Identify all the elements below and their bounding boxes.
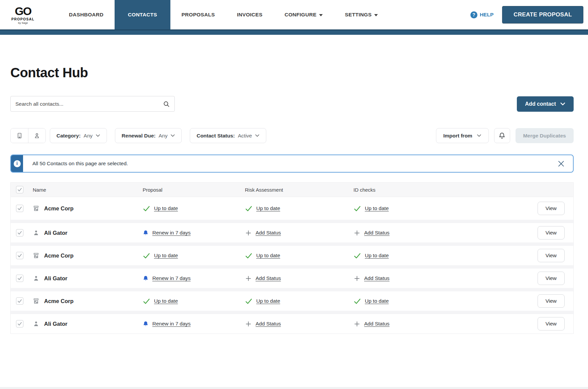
search-input[interactable]: [15, 101, 163, 107]
row-checkbox[interactable]: [16, 275, 23, 282]
status-link[interactable]: Up to date: [256, 205, 280, 211]
status-link[interactable]: Up to date: [256, 298, 280, 304]
renewal-due-filter[interactable]: Renewal Due: Any: [115, 128, 182, 143]
view-button[interactable]: View: [538, 226, 565, 239]
chevron-down-icon: [96, 134, 100, 137]
company-icon: [33, 298, 39, 304]
check-icon: [353, 252, 361, 260]
status-link[interactable]: Renew in 7 days: [152, 321, 191, 327]
status-link[interactable]: Add Status: [364, 230, 390, 236]
select-all-checkbox[interactable]: [16, 186, 23, 193]
chevron-down-icon: [477, 134, 481, 137]
row-checkbox[interactable]: [16, 252, 23, 259]
status-link[interactable]: Renew in 7 days: [152, 275, 191, 281]
filter-label: Contact Status:: [196, 133, 235, 139]
notifications-button[interactable]: [494, 128, 510, 143]
create-proposal-button[interactable]: CREATE PROPOSAL: [502, 6, 583, 23]
contact-rows: Acme Corp Up to date Up to dat: [11, 197, 573, 333]
banner-message: All 50 Contacts on this page are selecte…: [23, 155, 549, 172]
company-filter-button[interactable]: [11, 128, 28, 143]
status-link[interactable]: Up to date: [154, 253, 178, 259]
id-checks-cell: Up to date: [353, 252, 523, 260]
status-link[interactable]: Add Status: [364, 321, 390, 327]
plus-icon: [353, 275, 360, 282]
status-link[interactable]: Add Status: [256, 275, 281, 281]
view-button[interactable]: View: [538, 272, 565, 285]
row-checkbox[interactable]: [16, 297, 23, 305]
search-box: [10, 96, 175, 112]
add-contact-label: Add contact: [525, 101, 556, 107]
search-icon[interactable]: [163, 101, 170, 107]
chevron-down-icon: [319, 14, 323, 16]
plus-icon: [245, 229, 252, 236]
contact-type-toggle: [10, 128, 46, 143]
nav-item-dashboard[interactable]: DASHBOARD: [58, 0, 114, 29]
status-link[interactable]: Up to date: [256, 253, 280, 259]
status-link[interactable]: Up to date: [154, 298, 178, 304]
chevron-down-icon: [170, 134, 175, 137]
person-filter-button[interactable]: [28, 128, 45, 143]
building-icon: [16, 132, 23, 139]
id-checks-cell: Add Status: [353, 320, 523, 327]
contact-name: Ali Gator: [44, 321, 67, 327]
nav-item-configure[interactable]: CONFIGURE: [274, 0, 334, 29]
category-filter[interactable]: Category: Any: [50, 128, 107, 143]
person-icon: [34, 132, 40, 139]
column-header-proposal: Proposal: [143, 187, 245, 193]
person-icon: [33, 275, 39, 282]
top-navigation: GO PROPOSAL by Sage DASHBOARD CONTACTS P…: [0, 0, 588, 29]
status-link[interactable]: Add Status: [364, 275, 390, 281]
chevron-down-icon: [560, 102, 565, 106]
contacts-table: Name Proposal Risk Assessment ID checks …: [10, 182, 574, 334]
import-from-button[interactable]: Import from: [436, 128, 489, 143]
table-header-row: Name Proposal Risk Assessment ID checks: [11, 183, 573, 197]
nav-item-contacts[interactable]: CONTACTS: [115, 0, 170, 29]
check-icon: [245, 297, 253, 305]
merge-duplicates-button[interactable]: Merge Duplicates: [516, 128, 574, 143]
nav-item-invoices[interactable]: INVOICES: [226, 0, 273, 29]
status-link[interactable]: Up to date: [365, 298, 389, 304]
nav-items: DASHBOARD CONTACTS PROPOSALS INVOICES CO…: [58, 0, 389, 29]
nav-item-proposals[interactable]: PROPOSALS: [170, 0, 226, 29]
view-button[interactable]: View: [538, 249, 565, 262]
banner-close-button[interactable]: [549, 155, 573, 172]
person-icon: [33, 320, 39, 327]
status-link[interactable]: Add Status: [256, 230, 281, 236]
status-link[interactable]: Up to date: [154, 205, 178, 211]
table-row: Acme Corp Up to date Up to dat: [11, 288, 573, 311]
status-link[interactable]: Up to date: [365, 205, 389, 211]
proposal-cell: Renew in 7 days: [143, 275, 245, 281]
proposal-cell: Up to date: [143, 205, 245, 212]
column-header-risk-assessment: Risk Assessment: [245, 187, 353, 193]
status-link[interactable]: Renew in 7 days: [152, 230, 191, 236]
risk-assessment-cell: Add Status: [245, 275, 353, 282]
view-button[interactable]: View: [538, 317, 565, 330]
filter-value: Any: [159, 133, 168, 139]
row-checkbox[interactable]: [16, 229, 23, 236]
contact-name: Acme Corp: [44, 253, 74, 259]
nav-item-label: DASHBOARD: [69, 12, 103, 18]
status-link[interactable]: Add Status: [256, 321, 281, 327]
add-contact-button[interactable]: Add contact: [517, 96, 574, 112]
company-icon: [33, 205, 39, 212]
status-link[interactable]: Up to date: [365, 253, 389, 259]
column-header-id-checks: ID checks: [353, 187, 523, 193]
risk-assessment-cell: Up to date: [245, 205, 353, 212]
nav-item-label: PROPOSALS: [181, 12, 215, 18]
view-button[interactable]: View: [538, 294, 565, 308]
table-row: Acme Corp Up to date Up to dat: [11, 197, 573, 220]
checkmark-icon: [17, 298, 22, 304]
view-button[interactable]: View: [538, 202, 565, 215]
row-checkbox[interactable]: [16, 205, 23, 212]
check-icon: [143, 252, 150, 260]
filter-label: Renewal Due:: [122, 133, 156, 139]
nav-item-settings[interactable]: SETTINGS: [334, 0, 389, 29]
bell-icon: [143, 275, 149, 281]
info-icon: i: [14, 160, 21, 167]
help-link[interactable]: ? HELP: [470, 11, 493, 18]
check-icon: [143, 297, 150, 305]
import-from-label: Import from: [443, 133, 472, 139]
goproposal-logo[interactable]: GO PROPOSAL by Sage: [0, 0, 44, 29]
row-checkbox[interactable]: [16, 320, 23, 327]
contact-status-filter[interactable]: Contact Status: Active: [190, 128, 266, 143]
